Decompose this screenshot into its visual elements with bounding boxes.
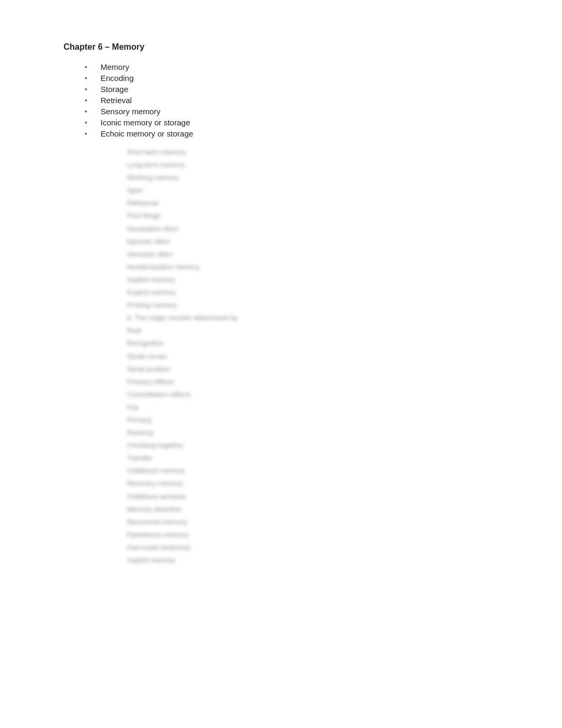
blurred-line-21: Primacy — [127, 414, 196, 426]
bullet-item-6: ▪Echoic memory or storage — [85, 129, 498, 138]
document-container: Chapter 6 – Memory ▪Memory▪Encoding▪Stor… — [64, 42, 498, 566]
blurred-line-11: Explicit memory — [127, 287, 246, 298]
bullet-label-2: Storage — [101, 85, 129, 94]
blurred-line-9: Nondeclarative memory — [127, 261, 251, 273]
blurred-line-25: Childhood memory — [127, 465, 233, 477]
blurred-line-4: Rehearsal — [127, 197, 201, 209]
blurred-line-5: First things — [127, 210, 238, 222]
bullet-item-3: ▪Retrieval — [85, 96, 498, 105]
blurred-line-30: Eyewitness memory — [127, 529, 241, 541]
bullet-label-3: Retrieval — [101, 96, 132, 105]
bullet-item-2: ▪Storage — [85, 85, 498, 94]
bullet-item-5: ▪Iconic memory or storage — [85, 118, 498, 127]
blurred-line-3: Span — [127, 185, 159, 196]
blurred-line-26: Recovery memory — [127, 478, 246, 489]
blurred-line-31: Inaccurate testimony — [127, 542, 251, 553]
chapter-title: Chapter 6 – Memory — [64, 42, 498, 52]
blurred-line-0: Short-term memory — [127, 147, 212, 158]
blurred-line-19: Consolidation effects — [127, 389, 265, 401]
blurred-content: Short-term memoryLong-term memoryWorking… — [127, 147, 498, 566]
bullet-icon-4: ▪ — [85, 107, 93, 115]
blurred-line-12: Priming memory — [127, 299, 241, 311]
blurred-line-29: Recovered memory — [127, 516, 230, 528]
bullet-label-5: Iconic memory or storage — [101, 118, 190, 127]
bullet-icon-3: ▪ — [85, 96, 93, 104]
blurred-line-27: Childhood amnesia — [127, 491, 254, 503]
bullet-label-1: Encoding — [101, 74, 134, 83]
blurred-line-28: Memory distortion — [127, 504, 233, 515]
blurred-line-10: Implicit memory — [127, 274, 243, 286]
bullet-icon-6: ▪ — [85, 130, 93, 138]
blurred-line-2: Working memory — [127, 172, 233, 184]
bullet-icon-2: ▪ — [85, 85, 93, 93]
bullet-icon-0: ▪ — [85, 63, 93, 71]
blurred-line-13: b. The magic number determined by — [127, 312, 286, 324]
blurred-line-16: Serial curves — [127, 351, 228, 362]
blurred-line-23: Chunking together — [127, 440, 251, 451]
bullet-item-0: ▪Memory — [85, 62, 498, 71]
bullet-item-1: ▪Encoding — [85, 74, 498, 83]
blurred-line-14: Real — [127, 325, 167, 336]
bullet-label-0: Memory — [101, 62, 129, 71]
blurred-line-22: Recency — [127, 427, 233, 439]
blurred-line-18: Primacy effects — [127, 376, 246, 388]
blurred-line-24: Transfer — [127, 452, 209, 464]
bullet-icon-1: ▪ — [85, 74, 93, 82]
blurred-line-15: Recognition — [127, 338, 201, 349]
bullet-label-6: Echoic memory or storage — [101, 129, 193, 138]
bullet-list: ▪Memory▪Encoding▪Storage▪Retrieval▪Senso… — [85, 62, 498, 138]
blurred-line-17: Serial position — [127, 363, 225, 375]
blurred-line-20: Key — [127, 402, 159, 413]
bullet-item-4: ▪Sensory memory — [85, 107, 498, 116]
blurred-line-1: Long-term memory — [127, 159, 228, 171]
bullet-icon-5: ▪ — [85, 119, 93, 126]
blurred-line-32: Implicit memory — [127, 554, 220, 566]
bullet-label-4: Sensory memory — [101, 107, 160, 116]
blurred-line-8: Semantic Mem — [127, 249, 225, 260]
blurred-line-7: Episodic Mem — [127, 236, 220, 248]
blurred-line-6: Declarative Mem — [127, 223, 243, 235]
